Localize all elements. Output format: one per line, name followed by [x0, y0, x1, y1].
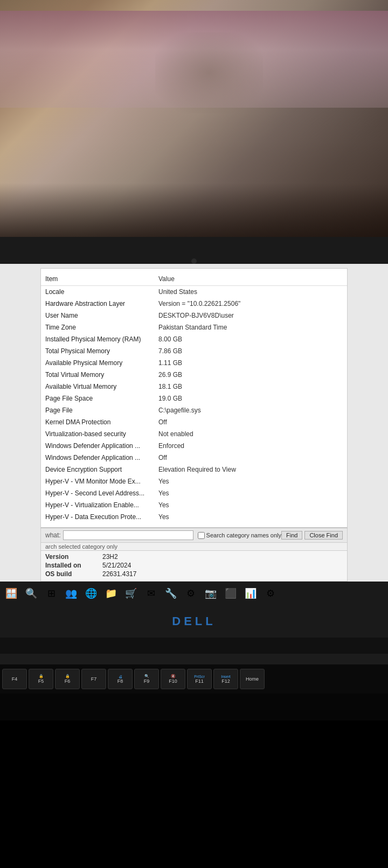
table-cell-item: Hyper-V - Virtualization Enable... [41, 499, 154, 511]
table-cell-value: Off [154, 452, 347, 464]
table-row: Hyper-V - Virtualization Enable...Yes [41, 499, 347, 511]
unknown1-icon[interactable]: 🔧 [162, 584, 180, 603]
keyboard-area: F4🔒F5🔒F6F7🖨F8🔍F9🔇F10PrtScrF11InsertF12Ho… [0, 664, 388, 694]
find-input[interactable] [63, 530, 193, 540]
keyboard-key-f10[interactable]: 🔇F10 [161, 669, 185, 689]
bottom-info-label: OS build [45, 570, 94, 578]
table-cell-value: Enforced [154, 440, 347, 452]
bottom-info-label: Version [45, 553, 94, 561]
terminal-icon[interactable]: ⬛ [221, 584, 240, 603]
app1-icon[interactable]: 📊 [241, 584, 260, 603]
gear-icon[interactable]: ⚙ [261, 584, 280, 603]
table-cell-value: 8.00 GB [154, 333, 347, 345]
keyboard-key-f4[interactable]: F4 [2, 669, 27, 689]
table-row: Total Physical Memory7.86 GB [41, 345, 347, 357]
table-cell-value: DESKTOP-BJV6V8D\user [154, 310, 347, 321]
find-what-label: what: [45, 531, 61, 539]
keyboard-key-f6[interactable]: 🔒F6 [55, 669, 80, 689]
bezel-middle [0, 638, 388, 654]
table-cell-item: Page File [41, 404, 154, 416]
sysinfo-container: Item Value LocaleUnited StatesHardware A… [40, 268, 348, 528]
table-cell-value: Pakistan Standard Time [154, 321, 347, 333]
table-row: Hyper-V - Data Execution Prote...Yes [41, 511, 347, 523]
table-cell-value: Version = "10.0.22621.2506" [154, 298, 347, 310]
teams-icon[interactable]: 👥 [62, 584, 80, 603]
table-cell-item: Hyper-V - Data Execution Prote... [41, 511, 154, 523]
background-photo [0, 0, 388, 237]
table-cell-item: Time Zone [41, 321, 154, 333]
camera-icon[interactable]: 📷 [202, 584, 220, 603]
keyboard-key-f9[interactable]: 🔍F9 [134, 669, 159, 689]
table-cell-item: Kernel DMA Protection [41, 416, 154, 428]
table-cell-item: Device Encryption Support [41, 464, 154, 475]
mail-icon[interactable]: ✉ [142, 584, 160, 603]
table-row: Windows Defender Application ...Off [41, 452, 347, 464]
start-icon[interactable]: 🪟 [2, 584, 20, 603]
palm-rest-top [0, 654, 388, 664]
table-cell-value: Not enabled [154, 428, 347, 440]
table-cell-value: Yes [154, 511, 347, 523]
close-find-button[interactable]: Close Find [304, 531, 343, 540]
table-cell-value: 19.0 GB [154, 393, 347, 404]
dell-logo-area: DELL [0, 605, 388, 638]
bottom-info-panel: Version23H2Installed on5/21/2024OS build… [40, 551, 348, 582]
find-bar: what: Search category names only Find Cl… [40, 528, 348, 543]
table-row: Device Encryption SupportElevation Requi… [41, 464, 347, 475]
keyboard-key-home[interactable]: Home [240, 669, 265, 689]
table-row: Windows Defender Application ...Enforced [41, 440, 347, 452]
table-cell-value: Yes [154, 475, 347, 487]
table-cell-item: Total Virtual Memory [41, 369, 154, 381]
table-cell-value: C:\pagefile.sys [154, 404, 347, 416]
table-cell-value: 7.86 GB [154, 345, 347, 357]
table-cell-value: Yes [154, 499, 347, 511]
explorer-icon[interactable]: 📁 [102, 584, 120, 603]
table-row: User NameDESKTOP-BJV6V8D\user [41, 310, 347, 321]
table-cell-item: Hyper-V - VM Monitor Mode Ex... [41, 475, 154, 487]
table-cell-item: Virtualization-based security [41, 428, 154, 440]
table-row: Total Virtual Memory26.9 GB [41, 369, 347, 381]
edge-icon[interactable]: 🌐 [82, 584, 100, 603]
bottom-info-value: 5/21/2024 [102, 562, 131, 569]
keyboard-row-fn: F4🔒F5🔒F6F7🖨F8🔍F9🔇F10PrtScrF11InsertF12Ho… [2, 669, 386, 689]
table-cell-item: Available Virtual Memory [41, 381, 154, 393]
col-value-header: Value [154, 273, 347, 286]
bottom-info-label: Installed on [45, 562, 94, 569]
keyboard-key-f8[interactable]: 🖨F8 [108, 669, 133, 689]
table-cell-item: Available Physical Memory [41, 357, 154, 369]
table-cell-value: Yes [154, 487, 347, 499]
store-icon[interactable]: 🛒 [122, 584, 140, 603]
table-row: Hyper-V - VM Monitor Mode Ex...Yes [41, 475, 347, 487]
search-category-checkbox[interactable] [198, 532, 205, 539]
table-row: Available Virtual Memory18.1 GB [41, 381, 347, 393]
table-cell-item: Hyper-V - Second Level Address... [41, 487, 154, 499]
col-item-header: Item [41, 273, 154, 286]
table-cell-value: 1.11 GB [154, 357, 347, 369]
table-cell-value: Elevation Required to View [154, 464, 347, 475]
laptop-bezel-top [0, 237, 388, 264]
bottom-fill [0, 694, 388, 720]
table-cell-value: United States [154, 286, 347, 298]
sysinfo-table: Item Value LocaleUnited StatesHardware A… [41, 273, 347, 523]
keyboard-key-f7[interactable]: F7 [81, 669, 106, 689]
table-cell-item: Total Physical Memory [41, 345, 154, 357]
table-cell-item: Hardware Abstraction Layer [41, 298, 154, 310]
dell-logo: DELL [172, 614, 216, 628]
keyboard-key-f12[interactable]: InsertF12 [213, 669, 238, 689]
keyboard-key-f5[interactable]: 🔒F5 [29, 669, 53, 689]
table-row: Time ZonePakistan Standard Time [41, 321, 347, 333]
taskview-icon[interactable]: ⊞ [42, 584, 60, 603]
bottom-info-value: 22631.4317 [102, 570, 136, 578]
search-scope-label: arch selected category only [40, 543, 348, 551]
table-row: Hyper-V - Second Level Address...Yes [41, 487, 347, 499]
find-button[interactable]: Find [281, 531, 302, 540]
keyboard-key-f11[interactable]: PrtScrF11 [187, 669, 212, 689]
search-category-area: Search category names only [198, 532, 281, 539]
table-row: Kernel DMA ProtectionOff [41, 416, 347, 428]
taskbar: 🪟🔍⊞👥🌐📁🛒✉🔧⚙📷⬛📊⚙ [0, 582, 388, 605]
table-cell-item: Windows Defender Application ... [41, 440, 154, 452]
screen-area: Item Value LocaleUnited StatesHardware A… [0, 264, 388, 582]
search-icon[interactable]: 🔍 [22, 584, 40, 603]
bottom-info-row: Installed on5/21/2024 [45, 562, 343, 569]
table-cell-value: 18.1 GB [154, 381, 347, 393]
settings-icon[interactable]: ⚙ [182, 584, 200, 603]
